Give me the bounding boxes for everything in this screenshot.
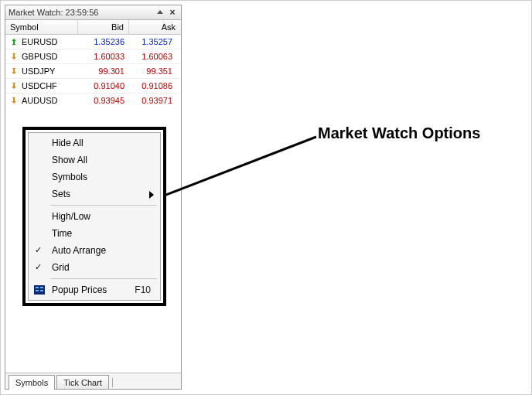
symbol-label: USDJPY xyxy=(22,66,55,76)
ask-cell: 99.351 xyxy=(129,66,180,76)
panel-title-time: 23:59:56 xyxy=(66,8,99,17)
column-headers: Symbol Bid Ask xyxy=(5,20,181,35)
menu-item-auto-arrange[interactable]: ✓ Auto Arrange xyxy=(30,242,159,259)
menu-label: Show All xyxy=(52,155,87,165)
submenu-arrow-icon xyxy=(149,190,154,201)
arrow-down-icon xyxy=(10,67,18,75)
quote-rows: EURUSD 1.35236 1.35257 GBPUSD 1.60033 1.… xyxy=(5,35,181,107)
bid-cell: 0.93945 xyxy=(78,96,129,105)
menu-label: Symbols xyxy=(52,172,87,182)
panel-tabs: Symbols Tick Chart xyxy=(5,373,181,389)
symbol-cell: USDJPY xyxy=(5,66,78,76)
menu-item-hide-all[interactable]: Hide All xyxy=(30,135,159,152)
ask-cell: 1.35257 xyxy=(129,37,180,46)
menu-accelerator: F10 xyxy=(135,284,159,295)
menu-separator xyxy=(50,205,157,206)
menu-item-popup-prices[interactable]: Popup Prices F10 xyxy=(30,281,159,298)
tab-label: Tick Chart xyxy=(63,378,102,387)
market-watch-panel: Market Watch: 23:59:56 × Symbol Bid Ask … xyxy=(5,5,182,390)
ask-cell: 1.60063 xyxy=(129,52,180,61)
symbol-cell: GBPUSD xyxy=(5,52,78,61)
tab-label: Symbols xyxy=(15,378,48,387)
arrow-down-icon xyxy=(10,53,18,60)
svg-line-7 xyxy=(164,137,316,196)
quote-row[interactable]: USDCHF 0.91040 0.91086 xyxy=(5,79,181,94)
panel-title-prefix: Market Watch: xyxy=(9,8,63,17)
tab-tick-chart[interactable]: Tick Chart xyxy=(56,375,109,389)
menu-label: Hide All xyxy=(52,138,84,148)
arrow-down-icon xyxy=(10,82,18,90)
menu-item-grid[interactable]: ✓ Grid xyxy=(30,259,159,276)
menu-label: Popup Prices xyxy=(52,284,107,295)
checkmark-icon: ✓ xyxy=(35,262,42,272)
header-symbol[interactable]: Symbol xyxy=(5,20,78,34)
menu-label: Auto Arrange xyxy=(52,245,106,256)
symbol-label: GBPUSD xyxy=(22,52,57,61)
panel-title: Market Watch: 23:59:56 xyxy=(9,8,155,17)
quote-row[interactable]: AUDUSD 0.93945 0.93971 xyxy=(5,94,181,107)
symbol-cell: EURUSD xyxy=(5,37,78,46)
header-bid[interactable]: Bid xyxy=(78,20,129,34)
svg-rect-4 xyxy=(40,287,43,288)
menu-item-high-low[interactable]: High/Low xyxy=(30,208,159,225)
popup-prices-icon xyxy=(33,284,46,296)
dock-icon[interactable] xyxy=(155,7,165,18)
menu-item-sets[interactable]: Sets xyxy=(30,186,159,203)
tab-symbols[interactable]: Symbols xyxy=(9,375,55,390)
symbol-cell: AUDUSD xyxy=(5,96,78,105)
menu-separator xyxy=(50,278,157,279)
header-ask[interactable]: Ask xyxy=(129,20,180,34)
svg-rect-3 xyxy=(36,287,39,288)
bid-cell: 0.91040 xyxy=(78,81,129,90)
menu-label: Sets xyxy=(52,189,70,199)
symbol-label: AUDUSD xyxy=(22,96,57,105)
ask-cell: 0.93971 xyxy=(129,96,180,105)
symbol-cell: USDCHF xyxy=(5,81,78,90)
bid-cell: 1.60033 xyxy=(78,52,129,61)
context-menu-highlight-box: Hide All Show All Symbols Sets High/Low … xyxy=(22,127,166,306)
menu-label: Time xyxy=(52,228,72,239)
menu-item-symbols[interactable]: Symbols xyxy=(30,169,159,186)
arrow-down-icon xyxy=(10,97,18,104)
svg-rect-6 xyxy=(40,290,43,291)
menu-item-time[interactable]: Time xyxy=(30,225,159,242)
svg-marker-0 xyxy=(157,10,163,14)
context-menu: Hide All Show All Symbols Sets High/Low … xyxy=(28,132,161,301)
arrow-up-icon xyxy=(10,38,18,46)
menu-item-show-all[interactable]: Show All xyxy=(30,152,159,169)
screenshot-stage: Market Watch: 23:59:56 × Symbol Bid Ask … xyxy=(0,0,532,395)
symbol-label: EURUSD xyxy=(22,37,57,46)
svg-marker-1 xyxy=(149,191,154,199)
svg-rect-5 xyxy=(36,290,39,291)
annotation-title: Market Watch Options xyxy=(318,124,480,142)
checkmark-icon: ✓ xyxy=(35,245,42,255)
quote-row[interactable]: USDJPY 99.301 99.351 xyxy=(5,64,181,79)
bid-cell: 1.35236 xyxy=(78,37,129,46)
bid-cell: 99.301 xyxy=(78,66,129,76)
menu-label: Grid xyxy=(52,262,70,273)
panel-titlebar: Market Watch: 23:59:56 × xyxy=(5,5,181,20)
annotation-arrow-icon xyxy=(164,134,326,219)
symbol-label: USDCHF xyxy=(22,81,57,90)
tab-divider xyxy=(112,378,113,387)
quote-row[interactable]: GBPUSD 1.60033 1.60063 xyxy=(5,49,181,64)
quote-row[interactable]: EURUSD 1.35236 1.35257 xyxy=(5,35,181,49)
close-icon[interactable]: × xyxy=(167,7,178,18)
menu-label: High/Low xyxy=(52,211,90,222)
ask-cell: 0.91086 xyxy=(129,81,180,90)
